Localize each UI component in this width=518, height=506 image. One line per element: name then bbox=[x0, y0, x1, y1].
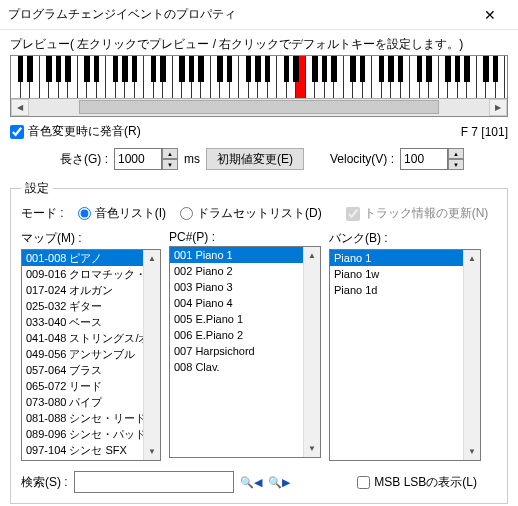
msb-lsb-checkbox[interactable]: MSB LSBの表示(L) bbox=[357, 474, 477, 491]
black-key[interactable] bbox=[65, 56, 71, 82]
scroll-up-icon: ▲ bbox=[144, 250, 160, 267]
pc-scrollbar[interactable]: ▲▼ bbox=[303, 247, 320, 457]
black-key[interactable] bbox=[379, 56, 385, 82]
list-item[interactable]: 057-064 ブラス bbox=[22, 362, 143, 378]
list-item[interactable]: 089-096 シンセ・パッドなど bbox=[22, 426, 143, 442]
list-item[interactable]: Piano 1 bbox=[330, 250, 463, 266]
list-item[interactable]: 008 Clav. bbox=[170, 359, 303, 375]
map-scrollbar[interactable]: ▲▼ bbox=[143, 250, 160, 460]
init-value-button[interactable]: 初期値変更(E) bbox=[206, 148, 304, 170]
black-key[interactable] bbox=[18, 56, 24, 82]
bank-listbox[interactable]: Piano 1Piano 1wPiano 1d ▲▼ bbox=[329, 249, 481, 461]
track-update-checkbox[interactable]: トラック情報の更新(N) bbox=[346, 205, 489, 222]
list-item[interactable]: 001-008 ピアノ bbox=[22, 250, 143, 266]
black-key[interactable] bbox=[350, 56, 356, 82]
length-unit: ms bbox=[184, 152, 200, 166]
black-key[interactable] bbox=[179, 56, 185, 82]
black-key[interactable] bbox=[217, 56, 223, 82]
piano-scrollbar[interactable]: ◀ ▶ bbox=[11, 98, 507, 116]
list-item[interactable]: 004 Piano 4 bbox=[170, 295, 303, 311]
scroll-right-icon[interactable]: ▶ bbox=[489, 99, 507, 116]
title-bar: プログラムチェンジイベントのプロパティ ✕ bbox=[0, 0, 518, 30]
black-key[interactable] bbox=[360, 56, 366, 82]
list-item[interactable]: 105-112 エスニックなど bbox=[22, 458, 143, 460]
list-item[interactable]: 007 Harpsichord bbox=[170, 343, 303, 359]
black-key[interactable] bbox=[322, 56, 328, 82]
black-key[interactable] bbox=[284, 56, 290, 82]
voice-on-change-label: 音色変更時に発音(R) bbox=[28, 123, 141, 140]
list-item[interactable]: 003 Piano 3 bbox=[170, 279, 303, 295]
black-key[interactable] bbox=[455, 56, 461, 82]
settings-legend: 設定 bbox=[21, 180, 53, 197]
scroll-left-icon[interactable]: ◀ bbox=[11, 99, 29, 116]
black-key[interactable] bbox=[246, 56, 252, 82]
black-key[interactable] bbox=[331, 56, 337, 82]
length-spinner[interactable]: ▲▼ bbox=[162, 148, 178, 170]
black-key[interactable] bbox=[132, 56, 138, 82]
black-key[interactable] bbox=[426, 56, 432, 82]
length-label: 長さ(G) : bbox=[60, 151, 108, 168]
black-key[interactable] bbox=[227, 56, 233, 82]
search-prev-icon[interactable]: 🔍◀ bbox=[240, 472, 262, 492]
black-key[interactable] bbox=[493, 56, 499, 82]
list-item[interactable]: 005 E.Piano 1 bbox=[170, 311, 303, 327]
length-input[interactable] bbox=[114, 148, 162, 170]
black-key[interactable] bbox=[198, 56, 204, 82]
list-item[interactable]: 097-104 シンセ SFX bbox=[22, 442, 143, 458]
list-item[interactable]: 033-040 ベース bbox=[22, 314, 143, 330]
black-key[interactable] bbox=[113, 56, 119, 82]
search-label: 検索(S) : bbox=[21, 474, 68, 491]
velocity-label: Velocity(V) : bbox=[330, 152, 394, 166]
black-key[interactable] bbox=[483, 56, 489, 82]
black-key[interactable] bbox=[56, 56, 62, 82]
black-key[interactable] bbox=[27, 56, 33, 82]
mode-voice-radio[interactable]: 音色リスト(I) bbox=[78, 205, 166, 222]
pc-label: PC#(P) : bbox=[169, 230, 321, 244]
black-key[interactable] bbox=[417, 56, 423, 82]
list-item[interactable]: 041-048 ストリングス/オーケス bbox=[22, 330, 143, 346]
preview-label: プレビュー( 左クリックでプレビュー / 右クリックでデフォルトキーを設定します… bbox=[10, 36, 508, 53]
voice-on-change-checkbox[interactable]: 音色変更時に発音(R) bbox=[10, 123, 141, 140]
list-item[interactable]: Piano 1w bbox=[330, 266, 463, 282]
black-key[interactable] bbox=[388, 56, 394, 82]
list-item[interactable]: Piano 1d bbox=[330, 282, 463, 298]
map-listbox[interactable]: 001-008 ピアノ009-016 クロマチック・パーカッ017-024 オル… bbox=[21, 249, 161, 461]
black-key[interactable] bbox=[293, 56, 299, 82]
search-input[interactable] bbox=[74, 471, 234, 493]
list-item[interactable]: 017-024 オルガン bbox=[22, 282, 143, 298]
black-key[interactable] bbox=[255, 56, 261, 82]
velocity-spinner[interactable]: ▲▼ bbox=[448, 148, 464, 170]
black-key[interactable] bbox=[312, 56, 318, 82]
black-key[interactable] bbox=[445, 56, 451, 82]
settings-fieldset: 設定 モード : 音色リスト(I) ドラムセットリスト(D) トラック情報の更新… bbox=[10, 180, 508, 504]
list-item[interactable]: 006 E.Piano 2 bbox=[170, 327, 303, 343]
search-next-icon[interactable]: 🔍▶ bbox=[268, 472, 290, 492]
list-item[interactable]: 049-056 アンサンブル bbox=[22, 346, 143, 362]
black-key[interactable] bbox=[265, 56, 271, 82]
piano-preview[interactable]: ◀ ▶ bbox=[10, 55, 508, 117]
pc-listbox[interactable]: 001 Piano 1002 Piano 2003 Piano 3004 Pia… bbox=[169, 246, 321, 458]
black-key[interactable] bbox=[189, 56, 195, 82]
close-button[interactable]: ✕ bbox=[470, 1, 510, 29]
mode-drum-radio[interactable]: ドラムセットリスト(D) bbox=[180, 205, 322, 222]
black-key[interactable] bbox=[94, 56, 100, 82]
bank-scrollbar[interactable]: ▲▼ bbox=[463, 250, 480, 460]
black-key[interactable] bbox=[398, 56, 404, 82]
black-key[interactable] bbox=[151, 56, 157, 82]
list-item[interactable]: 073-080 パイプ bbox=[22, 394, 143, 410]
black-key[interactable] bbox=[464, 56, 470, 82]
black-key[interactable] bbox=[46, 56, 52, 82]
scroll-down-icon: ▼ bbox=[144, 443, 160, 460]
list-item[interactable]: 002 Piano 2 bbox=[170, 263, 303, 279]
status-text: F 7 [101] bbox=[461, 125, 508, 139]
list-item[interactable]: 065-072 リード bbox=[22, 378, 143, 394]
list-item[interactable]: 081-088 シンセ・リード bbox=[22, 410, 143, 426]
list-item[interactable]: 025-032 ギター bbox=[22, 298, 143, 314]
map-label: マップ(M) : bbox=[21, 230, 161, 247]
black-key[interactable] bbox=[122, 56, 128, 82]
list-item[interactable]: 009-016 クロマチック・パーカッ bbox=[22, 266, 143, 282]
black-key[interactable] bbox=[160, 56, 166, 82]
list-item[interactable]: 001 Piano 1 bbox=[170, 247, 303, 263]
black-key[interactable] bbox=[84, 56, 90, 82]
velocity-input[interactable] bbox=[400, 148, 448, 170]
